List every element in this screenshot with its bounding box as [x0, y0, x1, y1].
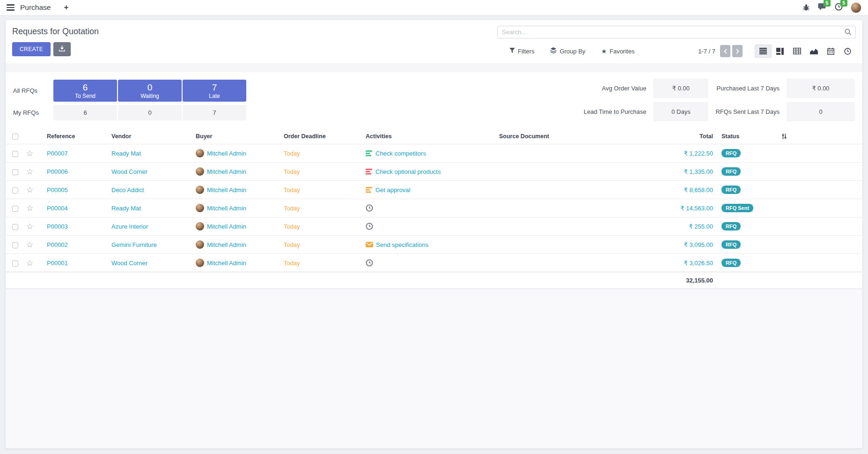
buyer-link[interactable]: Mitchell Admin	[207, 260, 246, 267]
vendor-link[interactable]: Ready Mat	[111, 150, 141, 157]
pivot-view-button[interactable]	[788, 45, 805, 58]
list-view-button[interactable]	[755, 45, 772, 58]
activity-view-button[interactable]	[839, 45, 856, 58]
favorite-star-icon[interactable]: ☆	[26, 259, 33, 268]
column-header-buyer[interactable]: Buyer	[194, 129, 282, 144]
reference-link[interactable]: P00005	[47, 186, 68, 194]
vendor-link[interactable]: Gemini Furniture	[111, 241, 157, 248]
clock-icon[interactable]	[366, 259, 373, 267]
tile-late[interactable]: 7 Late	[183, 80, 246, 102]
tile-waiting[interactable]: 0 Waiting	[118, 80, 182, 102]
column-header-order-deadline[interactable]: Order Deadline	[282, 129, 364, 144]
group-by-button[interactable]: Group By	[550, 47, 585, 55]
buyer-link[interactable]: Mitchell Admin	[207, 168, 246, 175]
pager-previous-button[interactable]	[720, 45, 730, 57]
tile-to-send[interactable]: 6 To Send	[53, 80, 117, 102]
reference-link[interactable]: P00003	[47, 223, 68, 230]
favorite-star-icon[interactable]: ☆	[26, 204, 33, 213]
rfq-list-view: Reference Vendor Buyer Order Deadline Ac…	[6, 129, 862, 289]
favorite-star-icon[interactable]: ☆	[26, 222, 33, 231]
column-header-activities[interactable]: Activities	[364, 129, 497, 144]
total-amount: ₹ 1,335.00	[684, 168, 714, 175]
buyer-link[interactable]: Mitchell Admin	[207, 150, 246, 157]
new-tab-button[interactable]: +	[64, 3, 68, 12]
column-header-source-document[interactable]: Source Document	[497, 129, 640, 144]
vendor-link[interactable]: Wood Corner	[111, 260, 147, 267]
row-checkbox[interactable]	[12, 206, 18, 212]
vendor-link[interactable]: Wood Corner	[111, 168, 147, 175]
app-name[interactable]: Purchase	[20, 3, 51, 12]
favorite-star-icon[interactable]: ☆	[26, 240, 33, 249]
buyer-link[interactable]: Mitchell Admin	[207, 186, 246, 194]
apps-menu-icon[interactable]	[7, 4, 15, 11]
kanban-view-button[interactable]	[772, 45, 788, 58]
tile-my-late[interactable]: 7	[183, 105, 246, 120]
column-header-total[interactable]: Total	[640, 129, 720, 144]
table-row[interactable]: ☆ P00002 Gemini Furniture Mitchell Admin…	[6, 236, 862, 254]
clock-icon[interactable]	[366, 223, 373, 230]
table-row[interactable]: ☆ P00007 Ready Mat Mitchell Admin Today …	[6, 144, 862, 163]
activity-list-icon[interactable]	[366, 187, 373, 193]
tile-my-to-send[interactable]: 6	[53, 105, 117, 120]
activity-list-icon[interactable]	[366, 150, 373, 156]
buyer-link[interactable]: Mitchell Admin	[207, 241, 246, 248]
reference-link[interactable]: P00004	[47, 205, 68, 212]
source-document-cell	[497, 144, 640, 163]
buyer-link[interactable]: Mitchell Admin	[207, 223, 246, 230]
row-checkbox[interactable]	[12, 169, 18, 175]
vendor-link[interactable]: Azure Interior	[111, 223, 148, 230]
favorite-star-icon[interactable]: ☆	[26, 149, 33, 158]
row-checkbox[interactable]	[12, 151, 18, 157]
messages-menu[interactable]: 5	[818, 3, 827, 12]
export-button[interactable]	[53, 42, 71, 56]
purchase-dashboard: All RFQs 6 To Send 0 Waiting 7 Late My R…	[6, 72, 862, 129]
order-deadline-value: Today	[284, 260, 300, 267]
row-checkbox[interactable]	[12, 242, 18, 248]
table-row[interactable]: ☆ P00001 Wood Corner Mitchell Admin Toda…	[6, 254, 862, 272]
favorite-star-icon[interactable]: ☆	[26, 167, 33, 176]
vendor-link[interactable]: Ready Mat	[111, 205, 141, 212]
row-checkbox[interactable]	[12, 260, 18, 267]
reference-link[interactable]: P00006	[47, 168, 68, 175]
activity-label[interactable]: Check competitors	[375, 150, 426, 157]
create-button[interactable]: CREATE	[12, 42, 51, 56]
table-row[interactable]: ☆ P00005 Deco Addict Mitchell Admin Toda…	[6, 181, 862, 199]
table-row[interactable]: ☆ P00004 Ready Mat Mitchell Admin Today …	[6, 199, 862, 217]
row-checkbox[interactable]	[12, 187, 18, 194]
clock-icon[interactable]	[366, 204, 373, 212]
activities-menu[interactable]: 5	[835, 3, 843, 12]
favorite-star-icon[interactable]: ☆	[26, 186, 33, 194]
reference-link[interactable]: P00002	[47, 241, 68, 248]
column-header-status[interactable]: Status	[720, 129, 773, 144]
favorites-button[interactable]: ★ Favorites	[601, 47, 634, 55]
table-sum-row: 32,155.00	[6, 272, 862, 289]
activity-label[interactable]: Send specifications	[376, 241, 428, 248]
activity-label[interactable]: Get approval	[375, 186, 410, 194]
table-row[interactable]: ☆ P00003 Azure Interior Mitchell Admin T…	[6, 217, 862, 236]
filters-button[interactable]: Filters	[509, 47, 534, 55]
table-row[interactable]: ☆ P00006 Wood Corner Mitchell Admin Toda…	[6, 163, 862, 181]
reference-link[interactable]: P00001	[47, 260, 68, 267]
tile-my-waiting[interactable]: 0	[118, 105, 182, 120]
my-to-send-count: 6	[83, 109, 87, 116]
column-header-reference[interactable]: Reference	[45, 129, 110, 144]
lead-time-value: 0 Days	[653, 102, 708, 121]
optional-columns-icon[interactable]	[775, 133, 793, 140]
envelope-icon[interactable]	[366, 242, 373, 247]
buyer-link[interactable]: Mitchell Admin	[207, 205, 246, 212]
graph-view-button[interactable]	[805, 45, 822, 58]
search-input[interactable]	[498, 26, 855, 38]
pager-next-button[interactable]	[732, 45, 743, 57]
order-deadline-value: Today	[284, 150, 300, 157]
activity-label[interactable]: Check optional products	[375, 168, 441, 175]
reference-link[interactable]: P00007	[47, 150, 68, 157]
select-all-checkbox[interactable]	[12, 134, 18, 140]
activity-list-icon[interactable]	[366, 169, 373, 175]
calendar-view-button[interactable]	[822, 45, 839, 58]
search-icon[interactable]	[845, 29, 852, 37]
column-header-vendor[interactable]: Vendor	[110, 129, 194, 144]
user-avatar[interactable]	[851, 2, 861, 13]
vendor-link[interactable]: Deco Addict	[111, 186, 144, 194]
debug-bug-icon[interactable]	[802, 4, 810, 11]
row-checkbox[interactable]	[12, 224, 18, 230]
